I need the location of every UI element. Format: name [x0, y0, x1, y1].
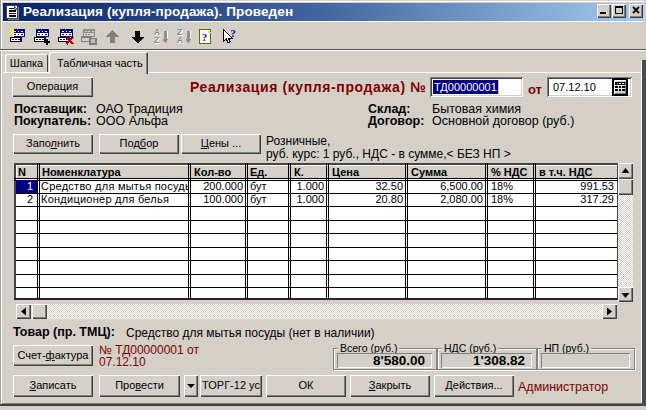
svg-text:Z: Z [154, 35, 159, 45]
svg-text:?: ? [202, 31, 208, 43]
svg-text:A: A [177, 35, 183, 45]
